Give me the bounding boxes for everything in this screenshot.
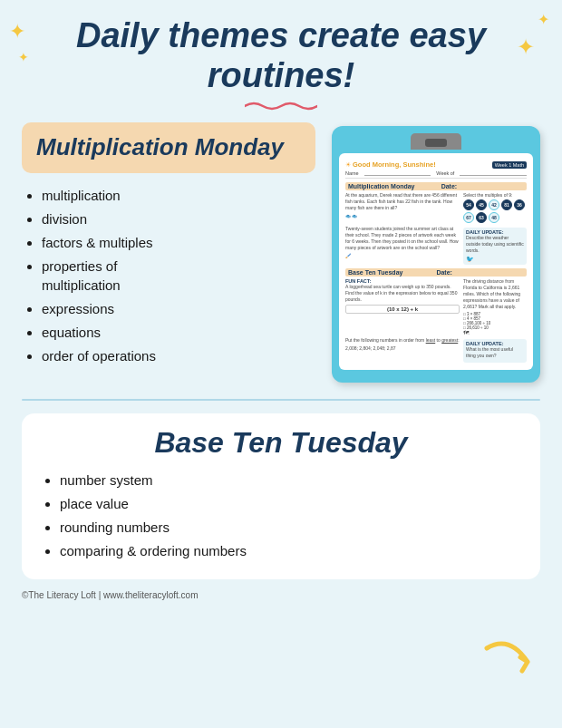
clipboard-jar-icon: 🖌️ (345, 253, 460, 258)
multiplication-monday-label: Multiplication Monday (36, 133, 301, 161)
list-item: number system (60, 471, 522, 490)
clipboard-fish-icon: 🐟 🐟 (345, 213, 460, 218)
multiple-chip: 67 (463, 212, 474, 223)
star-icon-2: ✦ (538, 11, 549, 28)
clipboard-para1: At the aquarium, Derek read that there a… (345, 192, 460, 211)
multiple-chip: 45 (476, 199, 487, 210)
base-ten-tuesday-section: Base Ten Tuesday number system place val… (22, 413, 540, 579)
star-icon-1: ✦ (9, 20, 25, 44)
clipboard-header: Good Morning, Sunshine! (353, 160, 436, 169)
star-icon-3: ✦ (517, 34, 535, 60)
base-ten-tuesday-list: number system place value rounding numbe… (40, 471, 522, 560)
list-item: multiplication (42, 186, 315, 205)
list-item: comparing & ordering numbers (60, 541, 522, 560)
squiggle-decoration (245, 101, 317, 112)
clipboard-daily-update2: DAILY UPDATE: What is the most useful th… (463, 339, 527, 363)
clipboard-florida-icon: 🗺 (463, 330, 527, 335)
multiple-chip: 36 (514, 199, 525, 210)
main-content: Multiplication Monday multiplication div… (22, 122, 540, 383)
clipboard-numbers: 2,008; 2,804; 2,048; 2,87 (345, 345, 460, 351)
list-item: order of operations (42, 346, 315, 365)
clipboard-weekof-label: Week of (436, 170, 454, 176)
base-ten-tuesday-title: Base Ten Tuesday (40, 426, 522, 460)
clipboard-fun-fact-text: A loggerhead sea turtle can weigh up to … (345, 284, 460, 303)
list-item: rounding numbers (60, 518, 522, 537)
list-item: expressions (42, 299, 315, 318)
clipboard: ☀ Good Morning, Sunshine! Week 1 Math Na… (332, 126, 540, 383)
clipboard-daily-text2: What is the most useful thing you own? (466, 346, 524, 359)
clipboard-wrapper: ☀ Good Morning, Sunshine! Week 1 Math Na… (332, 126, 540, 383)
multiple-chip: 81 (501, 199, 512, 210)
header: Daily themes create easy routines! (22, 16, 540, 112)
clipboard-expression: (10 x 12) + k (345, 305, 460, 314)
list-item: equations (42, 323, 315, 342)
list-item: division (42, 209, 315, 228)
clipboard-weather-icon: 🐦 (466, 256, 524, 263)
clipboard-section2-title: Base Ten Tuesday Date: (345, 268, 527, 277)
clipboard-paper: ☀ Good Morning, Sunshine! Week 1 Math Na… (339, 153, 533, 370)
clipboard-daily-update: DAILY UPDATE: Describe the weather outsi… (463, 228, 527, 265)
clipboard-section1-title: Multiplication Monday Date: (345, 182, 527, 190)
multiple-chip: 48 (489, 212, 499, 223)
divider (22, 399, 540, 401)
multiple-chip: 42 (489, 199, 499, 210)
list-item: place value (60, 494, 522, 513)
multiple-chip: 54 (463, 199, 474, 210)
arrow-decoration (482, 639, 537, 688)
clipboard-week-label: Week 1 Math (492, 161, 527, 169)
multiplication-monday-section: Multiplication Monday multiplication div… (22, 122, 315, 383)
clipboard-multiples-label: Select the multiples of 9: (463, 192, 527, 198)
page: ✦ ✦ ✦ ✦ Daily themes create easy routine… (0, 0, 562, 728)
multiplication-monday-label-box: Multiplication Monday (22, 122, 315, 172)
list-item: properties ofmultiplication (42, 257, 315, 295)
clipboard-order-label: Put the following numbers in order from … (345, 337, 460, 344)
star-icon-4: ✦ (18, 50, 29, 64)
footer: ©The Literacy Loft | www.theliteracyloft… (22, 590, 540, 600)
multiplication-monday-list: multiplication division factors & multip… (22, 186, 315, 365)
clipboard-para2: Twenty-seven students joined the summer … (345, 226, 460, 251)
clipboard-daily-text: Describe the weather outside today using… (466, 235, 524, 254)
list-item: factors & multiples (42, 233, 315, 252)
clipboard-choices: □ 3 × 887□ 4 × 857□ 266,100 ÷ 10□ 26,610… (463, 312, 527, 330)
clipboard-name-label: Name (345, 170, 359, 176)
clipboard-driving-text: The driving distance from Florida to Cal… (463, 278, 527, 310)
multiple-chip: 63 (476, 212, 487, 223)
clipboard-multiples-box: 54 45 42 81 36 67 63 48 (463, 199, 527, 223)
main-title: Daily themes create easy routines! (22, 16, 540, 95)
